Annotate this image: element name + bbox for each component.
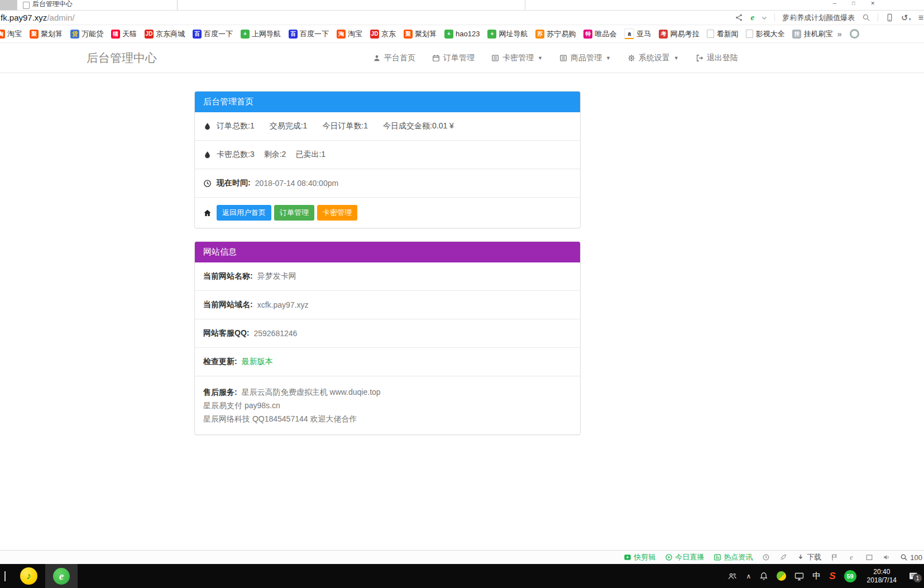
bookmark-label: 天猫 xyxy=(122,29,137,39)
browser-tab-active[interactable]: 后台管理中心 xyxy=(17,0,178,10)
ie-compat-mode-icon[interactable]: e xyxy=(750,13,754,22)
user-icon xyxy=(373,54,381,62)
service-qq-row: 网站客服QQ: 2592681246 xyxy=(195,319,580,347)
bookmark-hao123[interactable]: +hao123 xyxy=(444,30,480,39)
download-icon xyxy=(797,553,805,561)
bookmark-hao-nav[interactable]: +网址导航 xyxy=(487,29,528,39)
site-name-row: 当前网站名称: 异梦发卡网 xyxy=(195,262,580,290)
stat-total-cards: 卡密总数:3 xyxy=(217,150,255,160)
tab-title: 后台管理中心 xyxy=(32,0,73,8)
share-icon[interactable] xyxy=(735,13,743,22)
bookmark-taobao[interactable]: 淘淘宝 xyxy=(337,29,362,39)
status-flag[interactable] xyxy=(831,553,839,561)
bookmark-jd[interactable]: JD京东商城 xyxy=(145,29,185,39)
bookmark-guaji[interactable]: 挂挂机刷宝 xyxy=(792,29,832,39)
toolbar-divider xyxy=(774,13,775,22)
bookmarks-overflow-icon[interactable]: » xyxy=(837,29,841,39)
taskbar-clock[interactable]: 20:40 2018/7/14 xyxy=(867,568,897,585)
active-browser-task[interactable]: e xyxy=(45,564,78,588)
url-path: /admin/ xyxy=(47,13,74,22)
bookmark-taobao[interactable]: 淘淘宝 xyxy=(0,29,22,39)
status-ie[interactable]: e xyxy=(848,553,856,561)
bookmark-tmall[interactable]: 猫天猫 xyxy=(111,29,137,39)
taskbar-time: 20:40 xyxy=(867,568,897,576)
flag-icon xyxy=(831,553,839,561)
browser-status-bar: 快剪辑今日直播热点资讯下载e100 xyxy=(0,550,924,564)
bookmark-hao-nav[interactable]: +上网导航 xyxy=(241,29,281,39)
bookmark-juhuasuan[interactable]: 聚聚划算 xyxy=(404,29,437,39)
nav-order-management[interactable]: 订单管理 xyxy=(432,53,475,63)
after-sales-row: 售后服务:星辰云高防免费虚拟主机 www.duqie.top 星辰易支付 pay… xyxy=(195,376,580,434)
drop-icon xyxy=(203,122,212,131)
order-management-button[interactable]: 订单管理 xyxy=(274,205,314,221)
action-center-icon[interactable]: 1 xyxy=(908,571,918,581)
order-stats-row: 订单总数:1 交易完成:1 今日订单数:1 今日成交金额:0.01 ¥ xyxy=(195,112,580,140)
jd-favicon: JD xyxy=(145,30,154,39)
bookmark-page[interactable]: 影视大全 xyxy=(746,29,784,39)
calendar-icon xyxy=(432,54,440,62)
minimize-icon[interactable]: ─ xyxy=(833,1,836,6)
bookmark-label: 京东 xyxy=(381,29,396,39)
bookmark-jd[interactable]: JD京东 xyxy=(370,29,396,39)
360-safety-ball-icon[interactable]: ♪ xyxy=(20,567,37,585)
bookmark-baidu[interactable]: 百百度一下 xyxy=(289,29,329,39)
latest-version-link[interactable]: 最新版本 xyxy=(242,357,273,367)
extension-icon[interactable] xyxy=(850,29,859,39)
monitor-icon[interactable] xyxy=(794,572,804,581)
history-icon xyxy=(762,553,770,561)
bookmark-vip[interactable]: 特唯品会 xyxy=(583,29,616,39)
stat-today-orders: 今日订单数:1 xyxy=(322,121,368,131)
status-items: 快剪辑今日直播热点资讯下载e100 xyxy=(624,552,922,562)
juhuasuan-favicon: 聚 xyxy=(30,30,39,39)
nav-product-management[interactable]: 商品管理 ▼ xyxy=(559,53,611,63)
search-icon[interactable] xyxy=(862,13,870,22)
bookmark-suning[interactable]: 苏苏宁易购 xyxy=(535,29,576,39)
nav-logout[interactable]: 退出登陆 xyxy=(696,53,738,63)
search-input[interactable]: 萝莉养成计划颜值爆表 xyxy=(782,13,855,23)
svg-text:e: e xyxy=(850,553,853,561)
status-download[interactable]: 下载 xyxy=(797,552,821,562)
status-live[interactable]: 今日直播 xyxy=(665,552,704,562)
maximize-icon[interactable]: □ xyxy=(852,1,855,6)
bookmark-label: hao123 xyxy=(456,30,480,38)
mobile-view-icon[interactable] xyxy=(885,13,894,22)
bookmark-label: 京东商城 xyxy=(156,29,185,39)
bookmarks-bar-list: 淘淘宝聚聚划算贷万能贷猫天猫JD京东商城百百度一下+上网导航百百度一下淘淘宝JD… xyxy=(0,28,832,39)
status-speaker[interactable] xyxy=(883,553,891,561)
360-tray-icon[interactable] xyxy=(777,571,786,581)
hidden-icons-caret[interactable]: ∧ xyxy=(746,572,751,580)
window-controls: ─ □ ✕ xyxy=(833,1,875,6)
bookmark-page[interactable]: 看新闻 xyxy=(707,29,738,39)
status-clip[interactable]: 快剪辑 xyxy=(624,552,655,562)
status-rocket[interactable] xyxy=(779,553,787,561)
card-management-button[interactable]: 卡密管理 xyxy=(317,205,357,221)
health-score-badge[interactable]: 59 xyxy=(844,570,856,582)
status-window[interactable] xyxy=(865,553,873,561)
close-icon[interactable]: ✕ xyxy=(870,1,875,6)
notification-count-badge: 1 xyxy=(913,573,922,583)
bookmark-juhuasuan[interactable]: 聚聚划算 xyxy=(30,29,63,39)
status-news[interactable]: 热点资讯 xyxy=(714,552,753,562)
address-bar[interactable]: fk.pay97.xyz/admin/ xyxy=(1,13,75,22)
chevron-down-icon[interactable] xyxy=(762,15,767,21)
ime-indicator[interactable]: 中 xyxy=(812,571,821,581)
nav-system-settings[interactable]: 系统设置 ▼ xyxy=(628,53,679,63)
bookmark-baidu[interactable]: 百百度一下 xyxy=(193,29,233,39)
nav-platform-home[interactable]: 平台首页 xyxy=(373,53,415,63)
status-magnifier[interactable]: 100 xyxy=(900,553,922,562)
window-icon xyxy=(865,553,873,561)
brand-title: 后台管理中心 xyxy=(87,50,157,66)
return-user-home-button[interactable]: 返回用户首页 xyxy=(217,205,271,221)
status-history[interactable] xyxy=(762,553,770,561)
bookmark-wannengdai[interactable]: 贷万能贷 xyxy=(70,29,103,39)
system-tray: ∧ 中 S 59 20:40 2018/7/14 1 xyxy=(727,568,924,585)
bookmark-amazon[interactable]: a亚马 xyxy=(624,28,651,39)
bookmark-label: 亚马 xyxy=(636,29,651,39)
sogou-input-icon[interactable]: S xyxy=(829,571,835,582)
undo-icon[interactable]: ↺▾ xyxy=(901,13,911,23)
menu-icon[interactable]: ≡ xyxy=(918,13,923,23)
bell-icon[interactable] xyxy=(759,572,768,581)
people-icon[interactable] xyxy=(727,572,738,581)
bookmark-kaola[interactable]: 考网易考拉 xyxy=(659,29,699,39)
nav-card-management[interactable]: 卡密管理 ▼ xyxy=(491,53,543,63)
